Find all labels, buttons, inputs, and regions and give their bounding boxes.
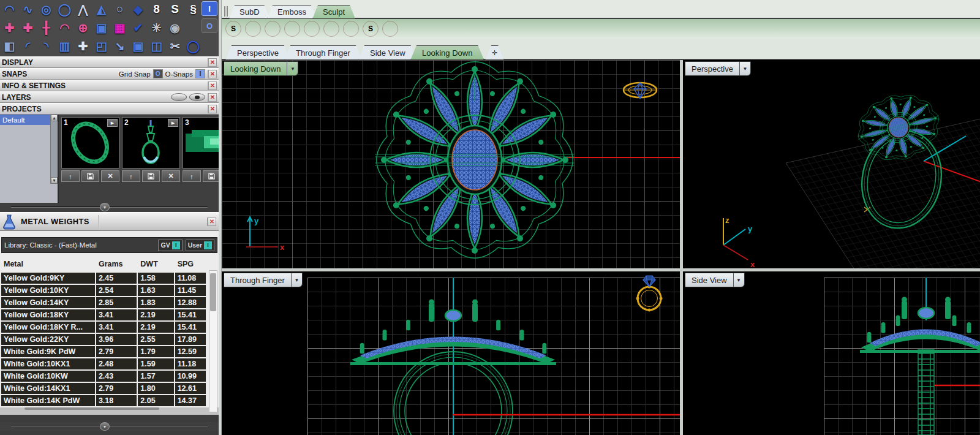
viewport-tab-side-view[interactable]: Side View xyxy=(358,45,417,60)
scroll-down-icon[interactable]: ▼ xyxy=(51,177,58,184)
close-icon[interactable]: ✕ xyxy=(208,81,217,90)
panel-header-layers[interactable]: LAYERS ✕ xyxy=(0,91,219,103)
close-icon[interactable]: ✕ xyxy=(208,58,217,67)
thumbnail-load-button[interactable]: ↑ xyxy=(122,170,140,182)
script-tool-icon[interactable]: S xyxy=(166,1,184,18)
table-row[interactable]: White Gold:10KX1 2.48 1.59 11.18 xyxy=(1,358,206,369)
gem-tool-icon[interactable]: ◆ xyxy=(129,1,147,18)
table-row[interactable]: Yellow Gold:18KY 3.41 2.19 15.41 xyxy=(1,309,206,320)
toggle-o-icon[interactable]: O xyxy=(202,18,217,33)
panel-header-projects[interactable]: PROJECTS ✕ xyxy=(0,103,219,115)
solid-box-icon[interactable]: ◧ xyxy=(1,37,18,55)
panel-header-snaps[interactable]: SNAPS Grid Snap O O-Snaps I ✕ xyxy=(0,68,219,80)
metal-weights-header[interactable]: METAL WEIGHTS ✕ xyxy=(0,212,219,231)
remove-point-icon[interactable]: ╂ xyxy=(37,19,55,36)
toggle-i-icon[interactable]: I xyxy=(202,1,217,16)
close-icon[interactable]: ✕ xyxy=(208,93,217,102)
table-row[interactable]: Yellow Gold:10KY 2.54 1.63 11.45 xyxy=(1,285,206,296)
close-icon[interactable]: ✕ xyxy=(208,105,217,113)
thumbnail-preview[interactable]: 3 ▶ xyxy=(183,117,219,168)
polyline-tool-icon[interactable]: ⋀ xyxy=(74,1,92,18)
swirl-brush-icon[interactable]: S xyxy=(363,21,379,37)
viewport-through-finger[interactable]: Through Finger ▼ xyxy=(222,271,680,435)
panel-header-display[interactable]: DISPLAY ✕ xyxy=(0,56,219,68)
layer-eye-icon[interactable] xyxy=(189,93,205,101)
viewport-perspective[interactable]: zyx Perspective ▼ xyxy=(683,60,980,268)
play-icon[interactable]: ▶ xyxy=(168,119,178,127)
tools-icon[interactable]: ✳ xyxy=(148,19,165,36)
close-icon[interactable]: ✕ xyxy=(207,218,216,226)
thumbnail-preview[interactable]: 2 ▶ xyxy=(122,117,180,168)
tab-subd[interactable]: SubD xyxy=(229,5,270,19)
thumbnail-save-button[interactable] xyxy=(81,170,100,182)
pattern-icon[interactable]: ▦ xyxy=(111,19,129,36)
table-row[interactable]: Yellow Gold:22KY 3.96 2.55 17.89 xyxy=(1,334,206,345)
panel-header-info-settings[interactable]: INFO & SETTINGS ✕ xyxy=(0,80,219,91)
thumbnail-load-button[interactable]: ↑ xyxy=(61,170,80,182)
viewport-label-looking-down[interactable]: Looking Down ▼ xyxy=(224,61,298,76)
pick-brush-icon[interactable] xyxy=(382,21,398,37)
thumbnail-save-button[interactable] xyxy=(142,170,160,182)
preset-8-icon[interactable]: 8 xyxy=(148,1,165,18)
panel-divider-bottom[interactable]: ▾ xyxy=(0,422,219,431)
collapse-icon[interactable]: ↘ xyxy=(111,37,129,55)
table-row[interactable]: Yellow Gold:14KY 2.85 1.83 12.88 xyxy=(1,297,206,308)
table-row[interactable]: White Gold:14KX1 2.79 1.80 12.61 xyxy=(1,383,206,394)
toolbar-grip[interactable] xyxy=(224,6,228,17)
collapse-handle-icon[interactable]: ▾ xyxy=(100,203,110,211)
scroll-up-icon[interactable]: ▲ xyxy=(51,115,58,121)
thumbnail-delete-button[interactable]: ✕ xyxy=(162,170,180,182)
o-snaps-toggle[interactable]: I xyxy=(195,69,205,78)
user-toggle[interactable]: User I xyxy=(186,240,214,251)
arc-blend-icon[interactable]: ◠ xyxy=(56,19,74,36)
viewport-side-view[interactable]: Side View ▼ xyxy=(683,271,980,435)
table-row[interactable]: White Gold:14K PdW 3.18 2.05 14.37 xyxy=(1,395,206,406)
collapse-handle-icon[interactable]: ▾ xyxy=(100,422,110,431)
chevron-down-icon[interactable]: ▼ xyxy=(739,62,750,75)
viewport-looking-down[interactable]: yx Looking Down ▼ xyxy=(222,60,680,268)
smooth-brush-icon[interactable] xyxy=(265,21,281,37)
section-tool-icon[interactable]: § xyxy=(184,1,202,18)
table-hscrollbar[interactable] xyxy=(24,407,159,410)
table-row[interactable]: Yellow Gold:9KY 2.45 1.58 11.08 xyxy=(1,273,206,284)
circle-select-tool-icon[interactable]: ○ xyxy=(111,1,129,18)
sculpt-mode-icon[interactable]: S xyxy=(225,21,241,37)
viewport-tab-through-finger[interactable]: Through Finger xyxy=(284,45,362,60)
gem-cone-tool-icon[interactable]: ◭ xyxy=(92,1,110,18)
viewport-label-through-finger[interactable]: Through Finger ▼ xyxy=(224,273,303,287)
tab-sculpt[interactable]: Sculpt xyxy=(312,5,355,19)
thumbnail-preview[interactable]: 1 ▶ xyxy=(61,117,119,168)
viewport-label-perspective[interactable]: Perspective ▼ xyxy=(685,61,751,76)
band-tool-icon[interactable]: ◯ xyxy=(56,1,74,18)
panel-divider[interactable]: ▾ xyxy=(0,203,219,212)
torus-tool-icon[interactable]: ◎ xyxy=(37,1,55,18)
table-row[interactable]: Yellow Gold:18KY R... 3.41 2.19 15.41 xyxy=(1,322,206,333)
thumbnail-load-button[interactable]: ↑ xyxy=(183,170,201,182)
pull-brush-icon[interactable] xyxy=(245,21,261,37)
torus-ring-icon[interactable]: ◯ xyxy=(184,37,202,55)
orient-gizmo-icon[interactable]: ⊕ xyxy=(74,19,92,36)
curve-handle-tool-icon[interactable]: ◝ xyxy=(37,37,55,55)
arc-tool-icon[interactable]: ◜ xyxy=(19,37,37,55)
project-list-item[interactable]: Default xyxy=(0,115,58,125)
gv-toggle[interactable]: GV I xyxy=(158,240,182,251)
vscroll-thumb[interactable] xyxy=(210,273,216,311)
link-icon[interactable]: ▣ xyxy=(92,19,110,36)
table-vscrollbar[interactable] xyxy=(209,270,217,412)
move-icon[interactable]: ✚ xyxy=(74,37,92,55)
rotate-corner-icon[interactable]: ◰ xyxy=(92,37,110,55)
project-list-scrollbar[interactable]: ▲ ▼ xyxy=(50,115,58,184)
add-cross-icon[interactable]: ✚ xyxy=(19,19,37,36)
mirror-icon[interactable]: ◫ xyxy=(148,37,165,55)
table-row[interactable]: White Gold:9K PdW 2.79 1.79 12.59 xyxy=(1,346,206,357)
add-viewport-tab[interactable]: ✛ xyxy=(485,45,504,60)
pinch-brush-icon[interactable] xyxy=(284,21,300,37)
add-point-icon[interactable]: ✚ xyxy=(1,19,18,36)
check-icon[interactable]: ✔ xyxy=(129,19,147,36)
thumbnail-delete-button[interactable]: ✕ xyxy=(101,170,119,182)
thumbnail-save-button[interactable] xyxy=(203,170,219,182)
distribute-icon[interactable]: ▥ xyxy=(56,37,74,55)
sweep-tool-icon[interactable]: ◠ xyxy=(1,1,18,18)
table-row[interactable]: White Gold:10KW 2.43 1.57 10.99 xyxy=(1,371,206,382)
chevron-down-icon[interactable]: ▼ xyxy=(291,273,302,287)
